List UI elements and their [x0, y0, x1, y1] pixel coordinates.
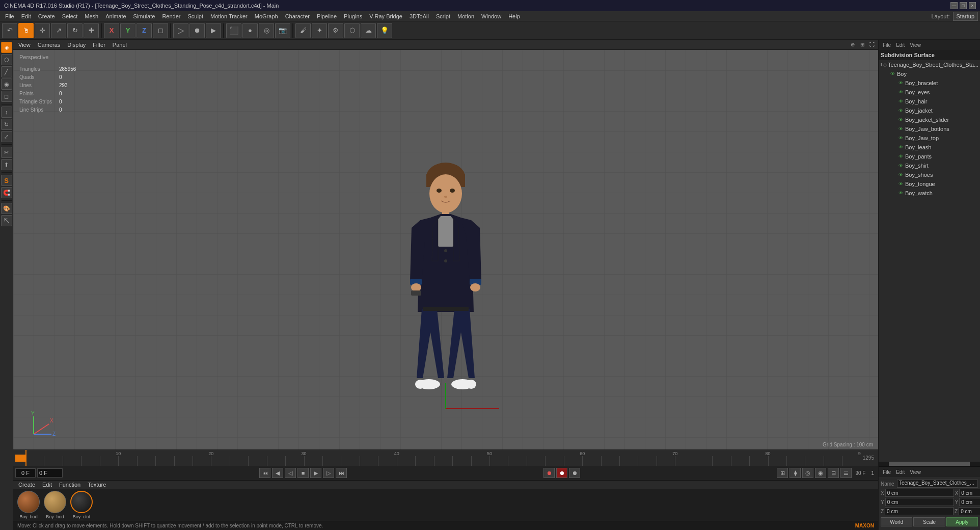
undo-button[interactable]: ↶ [2, 23, 17, 38]
fps-button[interactable]: ⊞ [777, 468, 788, 478]
light2-button[interactable]: 💡 [377, 23, 392, 38]
skip-end-button[interactable]: ⏭ [336, 468, 347, 478]
close-button[interactable]: × [969, 2, 976, 9]
tree-item-root[interactable]: L◇ Teenage_Boy_Street_Clothes_Sta... [879, 60, 980, 69]
vp-menu-panel[interactable]: Panel [110, 41, 130, 49]
menu-select[interactable]: Select [59, 12, 81, 20]
tree-item-pants[interactable]: 👁 Boy_pants [879, 152, 980, 161]
prop-x-pos[interactable] [885, 489, 954, 497]
menu-character[interactable]: Character [282, 12, 313, 20]
menu-plugins[interactable]: Plugins [341, 12, 365, 20]
vp-menu-display[interactable]: Display [64, 41, 89, 49]
tree-item-hair[interactable]: 👁 Boy_hair [879, 97, 980, 106]
vp-zoom-icon[interactable]: ⊞ [858, 41, 866, 49]
tree-item-shirt[interactable]: 👁 Boy_shirt [879, 161, 980, 170]
tree-item-jaw-top[interactable]: 👁 Boy_Jaw_top [879, 134, 980, 143]
vp-menu-view[interactable]: View [15, 41, 34, 49]
menu-motion[interactable]: Motion [454, 12, 477, 20]
transform-button[interactable]: ✚ [84, 23, 99, 38]
apply-button[interactable]: Apply [946, 517, 978, 526]
menu-edit[interactable]: Edit [18, 12, 34, 20]
play-button[interactable]: ▶ [310, 468, 321, 478]
left-btn-sculpt[interactable]: ⛏ [1, 215, 12, 226]
prev-frame-button[interactable]: ◀ [272, 468, 283, 478]
prop-y-pos[interactable] [885, 498, 954, 506]
stop-button[interactable]: ■ [297, 468, 309, 478]
prop-x-extra[interactable] [959, 489, 980, 497]
left-btn-extrude[interactable]: ⬆ [1, 159, 12, 170]
wire-button[interactable]: ⬡ [344, 23, 360, 38]
tree-item-shoes[interactable]: 👁 Boy_shoes [879, 170, 980, 179]
menu-create[interactable]: Create [35, 12, 58, 20]
scene-scrollbar-thumb[interactable] [889, 462, 970, 466]
record-button[interactable]: ⏺ [543, 468, 555, 478]
material-boy-clot[interactable]: Boy_clot [70, 491, 93, 519]
scene-tree[interactable]: L◇ Teenage_Boy_Street_Clothes_Sta... 👁 B… [879, 60, 980, 462]
light-button[interactable]: ◎ [259, 23, 274, 38]
key-button[interactable]: ⧫ [790, 468, 801, 478]
menu-motion-tracker[interactable]: Motion Tracker [207, 12, 251, 20]
props-edit-menu[interactable]: Edit [894, 469, 907, 475]
menu-window[interactable]: Window [478, 12, 504, 20]
animation-rec-button[interactable]: ⏺ [189, 23, 205, 38]
play-back-button[interactable]: ◁ [285, 468, 296, 478]
left-btn-obj[interactable]: ◻ [1, 91, 12, 102]
menu-3dtoall[interactable]: 3DToAll [406, 12, 432, 20]
vp-menu-filter[interactable]: Filter [90, 41, 108, 49]
prop-z-pos[interactable] [885, 507, 954, 515]
animation-play-button[interactable]: ▶ [206, 23, 221, 38]
scale-button[interactable]: ↗ [51, 23, 66, 38]
tree-item-boy[interactable]: 👁 Boy [879, 69, 980, 78]
rotate-button[interactable]: ↻ [67, 23, 83, 38]
object-mode-button[interactable]: ◻ [153, 23, 168, 38]
left-btn-s[interactable]: S [1, 175, 12, 186]
tree-item-watch[interactable]: 👁 Boy_watch [879, 189, 980, 198]
tree-item-eyes[interactable]: 👁 Boy_eyes [879, 88, 980, 97]
menu-mograph[interactable]: MoGraph [252, 12, 281, 20]
tree-item-tongue[interactable]: 👁 Boy_tongue [879, 179, 980, 189]
move-button[interactable]: ✛ [35, 23, 50, 38]
sky-button[interactable]: ☁ [361, 23, 376, 38]
mat-edit[interactable]: Edit [39, 481, 55, 489]
next-frame-button[interactable]: ▷ [323, 468, 334, 478]
pose-button[interactable]: ◎ [802, 468, 813, 478]
sphere-button[interactable]: ● [242, 23, 258, 38]
scale-coord-button[interactable]: Scale [913, 517, 945, 526]
menu-vray[interactable]: V-Ray Bridge [366, 12, 405, 20]
camera-button[interactable]: 📷 [275, 23, 290, 38]
left-btn-magnet[interactable]: 🧲 [1, 187, 12, 198]
vp-menu-cameras[interactable]: Cameras [35, 41, 64, 49]
x-axis-button[interactable]: X [104, 23, 119, 38]
cube-button[interactable]: ⬛ [226, 23, 241, 38]
vp-full-icon[interactable]: ⛶ [868, 41, 876, 49]
scene-scrollbar[interactable] [879, 462, 980, 466]
left-btn-mode[interactable]: ◈ [1, 42, 12, 53]
record-active-button[interactable]: ⏺ [556, 468, 567, 478]
select2-button[interactable]: ✦ [312, 23, 327, 38]
scene-edit-menu[interactable]: Edit [894, 42, 907, 48]
timeline-ruler[interactable]: 102030405060708090 [25, 450, 861, 466]
tree-item-jacket[interactable]: 👁 Boy_jacket [879, 106, 980, 115]
menu-render[interactable]: Render [159, 12, 183, 20]
left-btn-paint[interactable]: 🎨 [1, 203, 12, 214]
left-btn-move[interactable]: ↕ [1, 107, 12, 118]
motion-button[interactable]: ◉ [815, 468, 826, 478]
select-button[interactable]: 🖱 [18, 23, 34, 38]
timeline-button[interactable]: ☰ [840, 468, 852, 478]
frame-input[interactable] [37, 468, 63, 478]
material-boy-bod-2[interactable]: Boy_bod [44, 491, 66, 519]
menu-sculpt[interactable]: Sculpt [184, 12, 206, 20]
viewport-canvas[interactable]: Perspective Triangles 285956 Quads 0 Lin… [13, 50, 878, 449]
record-auto-button[interactable]: ⏺ [569, 468, 580, 478]
menu-pipeline[interactable]: Pipeline [314, 12, 340, 20]
menu-simulate[interactable]: Simulate [130, 12, 158, 20]
material-boy-bod-1[interactable]: Boy_bod [17, 491, 40, 519]
mat-texture[interactable]: Texture [85, 481, 109, 489]
minimize-button[interactable]: — [950, 2, 958, 9]
menu-animate[interactable]: Animate [102, 12, 129, 20]
menu-file[interactable]: File [2, 12, 17, 20]
menu-mesh[interactable]: Mesh [81, 12, 101, 20]
y-axis-button[interactable]: Y [120, 23, 135, 38]
tree-item-jaw-bottons[interactable]: 👁 Boy_Jaw_bottons [879, 124, 980, 134]
nla-button[interactable]: ⊟ [828, 468, 839, 478]
